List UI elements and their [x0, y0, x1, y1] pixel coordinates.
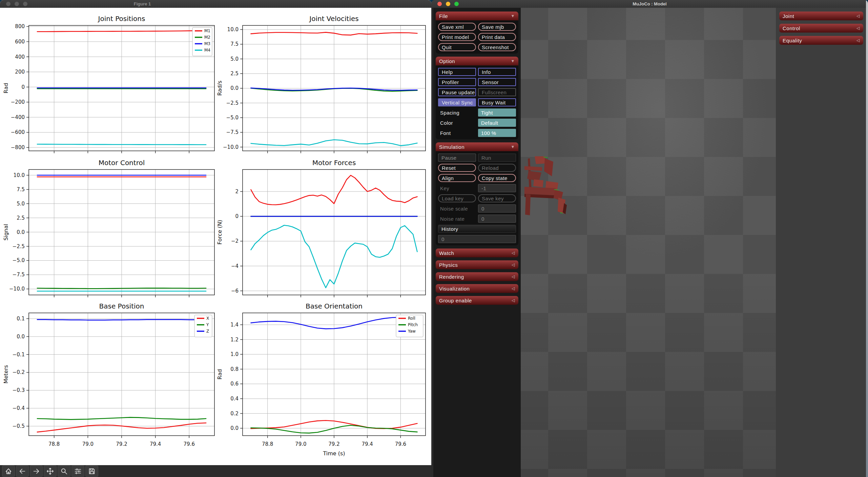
- section-bar-rendering[interactable]: Rendering◁: [436, 272, 518, 281]
- window-edge-strip: [866, 0, 868, 477]
- mujoco-viewport[interactable]: [521, 8, 776, 477]
- control-save-mjb[interactable]: Save mjb: [478, 23, 516, 31]
- control--1[interactable]: -1: [478, 184, 516, 192]
- control-history[interactable]: History: [438, 225, 516, 233]
- y-tick-label: −4: [231, 263, 239, 269]
- y-tick-label: 1.2: [230, 337, 239, 343]
- y-tick-label: 0.0: [230, 425, 239, 431]
- section-bar-visualization[interactable]: Visualization◁: [436, 284, 518, 293]
- save-button[interactable]: [85, 465, 98, 477]
- y-axis-label: Meters: [3, 365, 9, 384]
- y-tick-label: −0.1: [13, 352, 25, 358]
- section-header-simulation[interactable]: Simulation▼: [436, 142, 518, 151]
- y-tick-label: 10.0: [227, 26, 239, 33]
- x-tick-label: 78.8: [48, 441, 60, 447]
- section-bar-group-enable[interactable]: Group enable◁: [436, 296, 518, 305]
- control-sensor[interactable]: Sensor: [478, 78, 516, 86]
- control-screenshot[interactable]: Screenshot: [478, 43, 516, 51]
- y-tick-label: 0: [235, 213, 239, 219]
- control-reset[interactable]: Reset: [438, 164, 476, 172]
- triangle-down-icon: ▼: [511, 59, 515, 63]
- section-bar-joint[interactable]: Joint◁: [779, 12, 863, 20]
- triangle-left-icon: ◁: [512, 263, 515, 267]
- pan-icon: [46, 468, 54, 475]
- section-title: Option: [439, 58, 455, 64]
- y-tick-label: −600: [11, 129, 25, 135]
- triangle-left-icon: ◁: [856, 38, 860, 42]
- control-quit[interactable]: Quit: [438, 43, 476, 51]
- x-tick-label: 79.2: [116, 441, 127, 447]
- section-bar-watch[interactable]: Watch◁: [436, 249, 518, 257]
- section-title: Physics: [439, 262, 458, 268]
- control-copy-state[interactable]: Copy state: [478, 174, 516, 182]
- mujoco-window: MuJoCo : Model File▼Save xmlSave mjbPri: [431, 0, 868, 477]
- section-bar-equality[interactable]: Equality◁: [779, 36, 863, 45]
- y-axis-label: Signal: [3, 224, 9, 240]
- control-0[interactable]: 0: [478, 204, 516, 213]
- y-tick-label: −800: [11, 144, 25, 151]
- control-reload: Reload: [478, 164, 516, 172]
- pan-button[interactable]: [44, 465, 57, 477]
- control-help[interactable]: Help: [438, 68, 476, 76]
- figure-titlebar: Figure 1: [0, 0, 431, 8]
- y-tick-label: 1.0: [230, 351, 239, 357]
- field-label-noise-scale: Noise scale: [438, 204, 476, 213]
- control-print-data[interactable]: Print data: [478, 33, 516, 41]
- control-vertical-sync[interactable]: Vertical Sync: [438, 98, 476, 106]
- forward-button[interactable]: [30, 465, 43, 477]
- legend-label: M4: [204, 48, 210, 53]
- control-default[interactable]: Default: [478, 119, 516, 127]
- section-title: Rendering: [439, 274, 464, 280]
- control-busy-wait[interactable]: Busy Wait: [478, 98, 516, 106]
- control-100-[interactable]: 100 %: [478, 129, 516, 137]
- section-title: Equality: [783, 38, 802, 43]
- y-tick-label: −0.4: [13, 405, 25, 411]
- control-profiler[interactable]: Profiler: [438, 78, 476, 86]
- section-header-option[interactable]: Option▼: [436, 57, 518, 65]
- back-button[interactable]: [16, 465, 29, 477]
- section-header-file[interactable]: File▼: [436, 12, 518, 20]
- y-tick-label: −0.2: [13, 369, 25, 375]
- figure-window-title: Figure 1: [0, 1, 285, 7]
- control-align[interactable]: Align: [438, 174, 476, 182]
- y-tick-label: 2.5: [17, 215, 25, 221]
- legend-label: Pitch: [408, 322, 418, 327]
- control-save-key: Save key: [478, 194, 516, 202]
- subplot-motor-forces: 20−2−4−6Motor ForcesForce (N): [216, 159, 426, 297]
- section-bar-physics[interactable]: Physics◁: [436, 260, 518, 269]
- field-label-font: Font: [438, 129, 476, 137]
- zoom-button[interactable]: [58, 465, 70, 477]
- control-save-xml[interactable]: Save xml: [438, 23, 476, 31]
- home-button[interactable]: [2, 465, 15, 477]
- section-title: Control: [783, 25, 800, 31]
- control-0[interactable]: 0: [438, 235, 516, 243]
- legend-label: M3: [204, 41, 210, 46]
- section-title: Watch: [439, 250, 454, 256]
- control-print-model[interactable]: Print model: [438, 33, 476, 41]
- y-tick-label: 600: [15, 39, 25, 45]
- chart-title: Motor Control: [99, 159, 145, 167]
- y-tick-label: 0.0: [17, 334, 25, 340]
- control-tight[interactable]: Tight: [478, 108, 516, 117]
- y-tick-label: 7.5: [230, 41, 239, 47]
- chart-title: Joint Positions: [98, 15, 145, 23]
- subplots-button[interactable]: [71, 465, 84, 477]
- y-tick-label: 2.5: [230, 71, 239, 77]
- control-pause[interactable]: Pause: [438, 154, 476, 162]
- y-tick-label: 1.4: [230, 322, 239, 328]
- y-tick-label: −2: [231, 238, 239, 244]
- y-tick-label: −10.0: [223, 144, 239, 150]
- section-bar-control[interactable]: Control◁: [779, 24, 863, 33]
- x-tick-label: 79.0: [295, 441, 306, 447]
- chart-title: Joint Velocities: [309, 15, 358, 23]
- x-tick-label: 79.4: [150, 441, 161, 447]
- subplots-icon: [74, 468, 82, 475]
- control-info[interactable]: Info: [478, 68, 516, 76]
- control-pause-update[interactable]: Pause update: [438, 88, 476, 96]
- field-label-color: Color: [438, 119, 476, 127]
- control-0[interactable]: 0: [478, 215, 516, 223]
- y-tick-label: 7.5: [17, 186, 25, 193]
- field-label-spacing: Spacing: [438, 108, 476, 117]
- series-M4: [37, 144, 206, 145]
- subplot-motor-control: 10.07.55.02.50.0−2.5−5.0−7.5−10.0Motor C…: [3, 159, 214, 297]
